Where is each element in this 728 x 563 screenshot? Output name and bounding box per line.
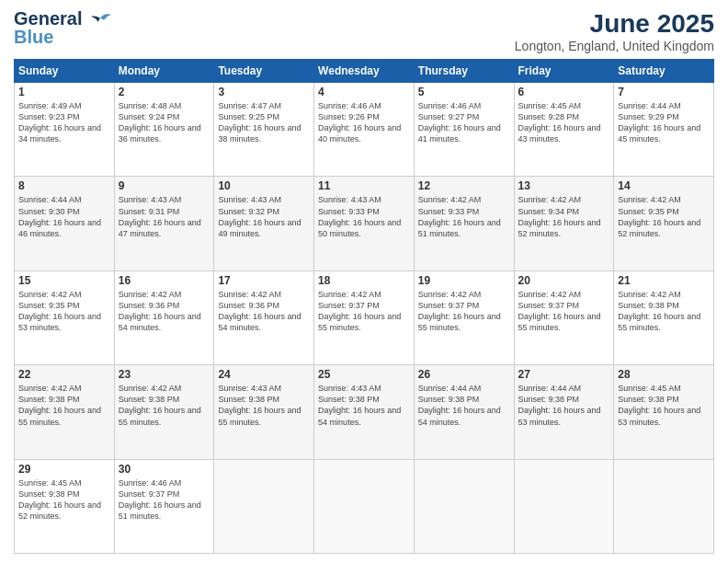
day-info: Sunrise: 4:43 AM Sunset: 9:38 PM Dayligh… xyxy=(218,383,310,428)
page: General Blue June 2025 Longton, England,… xyxy=(0,0,728,563)
day-info: Sunrise: 4:42 AM Sunset: 9:37 PM Dayligh… xyxy=(518,289,610,334)
day-number: 20 xyxy=(518,274,610,287)
calendar-week-row: 22Sunrise: 4:42 AM Sunset: 9:38 PM Dayli… xyxy=(15,365,714,459)
day-number: 6 xyxy=(518,86,610,98)
table-row xyxy=(614,459,714,553)
table-row: 12Sunrise: 4:42 AM Sunset: 9:33 PM Dayli… xyxy=(414,177,514,270)
table-row: 18Sunrise: 4:42 AM Sunset: 9:37 PM Dayli… xyxy=(314,270,415,364)
table-row: 27Sunrise: 4:44 AM Sunset: 9:38 PM Dayli… xyxy=(514,365,614,459)
table-row: 20Sunrise: 4:42 AM Sunset: 9:37 PM Dayli… xyxy=(514,270,614,364)
title-block: June 2025 Longton, England, United Kingd… xyxy=(515,9,714,53)
day-info: Sunrise: 4:42 AM Sunset: 9:36 PM Dayligh… xyxy=(218,289,310,334)
table-row: 11Sunrise: 4:43 AM Sunset: 9:33 PM Dayli… xyxy=(314,177,415,270)
day-number: 18 xyxy=(318,274,410,287)
day-info: Sunrise: 4:42 AM Sunset: 9:35 PM Dayligh… xyxy=(618,194,710,239)
day-number: 14 xyxy=(618,179,710,192)
day-number: 4 xyxy=(318,86,410,98)
day-info: Sunrise: 4:45 AM Sunset: 9:38 PM Dayligh… xyxy=(618,383,710,428)
day-info: Sunrise: 4:42 AM Sunset: 9:35 PM Dayligh… xyxy=(18,289,110,334)
day-info: Sunrise: 4:46 AM Sunset: 9:27 PM Dayligh… xyxy=(418,100,510,145)
table-row: 15Sunrise: 4:42 AM Sunset: 9:35 PM Dayli… xyxy=(15,270,115,364)
day-info: Sunrise: 4:46 AM Sunset: 9:37 PM Dayligh… xyxy=(119,477,210,523)
day-number: 10 xyxy=(218,179,310,192)
table-row: 6Sunrise: 4:45 AM Sunset: 9:28 PM Daylig… xyxy=(514,83,614,177)
table-row: 25Sunrise: 4:43 AM Sunset: 9:38 PM Dayli… xyxy=(314,365,415,459)
calendar-week-row: 15Sunrise: 4:42 AM Sunset: 9:35 PM Dayli… xyxy=(15,270,714,364)
day-number: 23 xyxy=(119,368,210,381)
day-info: Sunrise: 4:42 AM Sunset: 9:38 PM Dayligh… xyxy=(618,289,710,334)
day-info: Sunrise: 4:45 AM Sunset: 9:28 PM Dayligh… xyxy=(518,100,610,145)
day-number: 19 xyxy=(418,274,510,287)
day-info: Sunrise: 4:43 AM Sunset: 9:33 PM Dayligh… xyxy=(318,194,410,239)
header: General Blue June 2025 Longton, England,… xyxy=(14,9,714,53)
day-number: 26 xyxy=(418,368,510,381)
day-info: Sunrise: 4:43 AM Sunset: 9:32 PM Dayligh… xyxy=(218,194,310,239)
day-number: 3 xyxy=(218,86,310,98)
table-row: 8Sunrise: 4:44 AM Sunset: 9:30 PM Daylig… xyxy=(15,177,115,270)
day-info: Sunrise: 4:44 AM Sunset: 9:38 PM Dayligh… xyxy=(418,383,510,428)
col-friday: Friday xyxy=(514,60,614,83)
calendar-week-row: 29Sunrise: 4:45 AM Sunset: 9:38 PM Dayli… xyxy=(15,459,714,553)
day-number: 27 xyxy=(518,368,610,381)
table-row: 21Sunrise: 4:42 AM Sunset: 9:38 PM Dayli… xyxy=(614,270,714,364)
table-row xyxy=(214,459,314,553)
day-number: 9 xyxy=(119,179,210,192)
calendar-week-row: 8Sunrise: 4:44 AM Sunset: 9:30 PM Daylig… xyxy=(15,177,714,270)
table-row: 9Sunrise: 4:43 AM Sunset: 9:31 PM Daylig… xyxy=(114,177,214,270)
col-thursday: Thursday xyxy=(414,60,514,83)
day-number: 13 xyxy=(518,179,610,192)
table-row: 24Sunrise: 4:43 AM Sunset: 9:38 PM Dayli… xyxy=(214,365,314,459)
day-info: Sunrise: 4:44 AM Sunset: 9:38 PM Dayligh… xyxy=(518,383,610,428)
day-number: 5 xyxy=(418,86,510,98)
col-monday: Monday xyxy=(114,60,214,83)
day-info: Sunrise: 4:48 AM Sunset: 9:24 PM Dayligh… xyxy=(119,100,210,145)
table-row: 1Sunrise: 4:49 AM Sunset: 9:23 PM Daylig… xyxy=(15,83,115,177)
day-number: 8 xyxy=(18,179,110,192)
table-row: 3Sunrise: 4:47 AM Sunset: 9:25 PM Daylig… xyxy=(214,83,314,177)
day-number: 7 xyxy=(618,86,710,98)
day-number: 25 xyxy=(318,368,410,381)
day-number: 21 xyxy=(618,274,710,287)
table-row: 16Sunrise: 4:42 AM Sunset: 9:36 PM Dayli… xyxy=(114,270,214,364)
location: Longton, England, United Kingdom xyxy=(515,39,714,53)
table-row: 26Sunrise: 4:44 AM Sunset: 9:38 PM Dayli… xyxy=(414,365,514,459)
table-row xyxy=(414,459,514,553)
calendar-table: Sunday Monday Tuesday Wednesday Thursday… xyxy=(14,59,714,554)
table-row: 13Sunrise: 4:42 AM Sunset: 9:34 PM Dayli… xyxy=(514,177,614,270)
day-info: Sunrise: 4:49 AM Sunset: 9:23 PM Dayligh… xyxy=(18,100,110,145)
table-row xyxy=(514,459,614,553)
day-info: Sunrise: 4:45 AM Sunset: 9:38 PM Dayligh… xyxy=(18,477,110,523)
day-number: 15 xyxy=(18,274,110,287)
col-saturday: Saturday xyxy=(614,60,714,83)
day-info: Sunrise: 4:43 AM Sunset: 9:31 PM Dayligh… xyxy=(119,194,210,239)
day-info: Sunrise: 4:44 AM Sunset: 9:30 PM Dayligh… xyxy=(18,194,110,239)
day-number: 29 xyxy=(18,463,110,476)
day-info: Sunrise: 4:42 AM Sunset: 9:38 PM Dayligh… xyxy=(119,383,210,428)
calendar-header-row: Sunday Monday Tuesday Wednesday Thursday… xyxy=(15,60,714,83)
logo-bird-icon xyxy=(87,11,113,29)
day-info: Sunrise: 4:42 AM Sunset: 9:37 PM Dayligh… xyxy=(318,289,410,334)
day-number: 2 xyxy=(119,86,210,98)
day-info: Sunrise: 4:42 AM Sunset: 9:37 PM Dayligh… xyxy=(418,289,510,334)
day-number: 12 xyxy=(418,179,510,192)
day-info: Sunrise: 4:42 AM Sunset: 9:36 PM Dayligh… xyxy=(119,289,210,334)
day-number: 17 xyxy=(218,274,310,287)
col-wednesday: Wednesday xyxy=(314,60,415,83)
table-row: 30Sunrise: 4:46 AM Sunset: 9:37 PM Dayli… xyxy=(114,459,214,553)
day-number: 1 xyxy=(18,86,110,98)
day-info: Sunrise: 4:42 AM Sunset: 9:34 PM Dayligh… xyxy=(518,194,610,239)
day-number: 16 xyxy=(119,274,210,287)
table-row: 23Sunrise: 4:42 AM Sunset: 9:38 PM Dayli… xyxy=(114,365,214,459)
day-number: 22 xyxy=(18,368,110,381)
table-row: 4Sunrise: 4:46 AM Sunset: 9:26 PM Daylig… xyxy=(314,83,415,177)
table-row xyxy=(314,459,415,553)
col-sunday: Sunday xyxy=(15,60,115,83)
table-row: 5Sunrise: 4:46 AM Sunset: 9:27 PM Daylig… xyxy=(414,83,514,177)
table-row: 19Sunrise: 4:42 AM Sunset: 9:37 PM Dayli… xyxy=(414,270,514,364)
day-info: Sunrise: 4:44 AM Sunset: 9:29 PM Dayligh… xyxy=(618,100,710,145)
day-number: 30 xyxy=(119,463,210,476)
day-number: 11 xyxy=(318,179,410,192)
calendar-week-row: 1Sunrise: 4:49 AM Sunset: 9:23 PM Daylig… xyxy=(15,83,714,177)
table-row: 22Sunrise: 4:42 AM Sunset: 9:38 PM Dayli… xyxy=(15,365,115,459)
table-row: 28Sunrise: 4:45 AM Sunset: 9:38 PM Dayli… xyxy=(614,365,714,459)
